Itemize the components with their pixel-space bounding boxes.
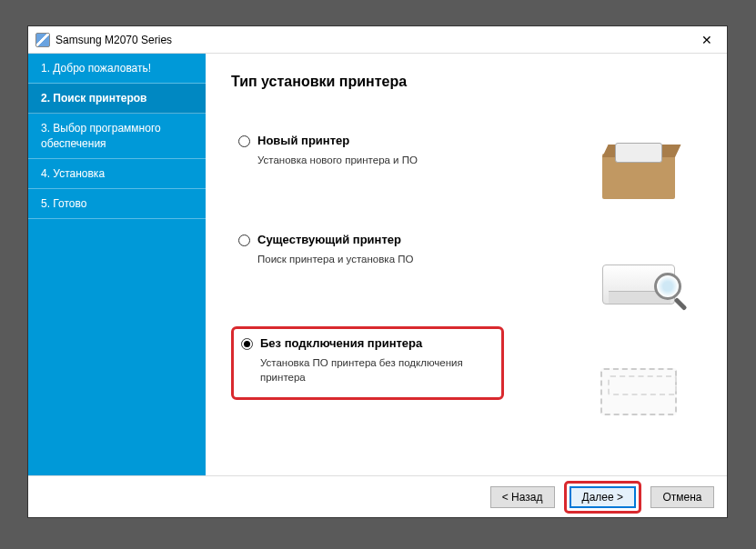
option-title: Существующий принтер xyxy=(257,233,497,246)
option-existing-printer[interactable]: Существующий принтер Поиск принтера и ус… xyxy=(231,227,504,272)
radio-existing-printer[interactable] xyxy=(238,235,250,246)
radio-new-printer[interactable] xyxy=(238,135,250,147)
app-icon xyxy=(35,33,50,47)
printer-ghost-icon xyxy=(595,357,681,421)
printer-search-icon xyxy=(595,252,681,315)
sidebar-step-done: 5. Готово xyxy=(28,189,206,219)
option-desc: Установка нового принтера и ПО xyxy=(257,153,497,167)
installer-window: Samsung M2070 Series ✕ 1. Добро пожалова… xyxy=(27,25,728,518)
next-button-highlight: Далее > xyxy=(564,481,642,514)
back-button[interactable]: < Назад xyxy=(490,486,555,508)
radio-no-connection[interactable] xyxy=(241,338,253,350)
sidebar-step-welcome: 1. Добро пожаловать! xyxy=(28,54,206,84)
printer-box-icon xyxy=(595,145,681,208)
footer: < Назад Далее > Отмена xyxy=(28,475,727,517)
cancel-button[interactable]: Отмена xyxy=(650,486,714,508)
next-button[interactable]: Далее > xyxy=(570,486,637,508)
sidebar-step-search: 2. Поиск принтеров xyxy=(28,84,206,114)
sidebar-step-software: 3. Выбор программного обеспечения xyxy=(28,114,206,158)
option-no-connection[interactable]: Без подключения принтера Установка ПО пр… xyxy=(231,326,504,400)
titlebar[interactable]: Samsung M2070 Series ✕ xyxy=(28,26,727,54)
window-title: Samsung M2070 Series xyxy=(55,34,172,46)
close-icon[interactable]: ✕ xyxy=(686,26,727,54)
option-desc: Поиск принтера и установка ПО xyxy=(257,252,497,266)
sidebar: 1. Добро пожаловать! 2. Поиск принтеров … xyxy=(28,54,206,475)
sidebar-step-install: 4. Установка xyxy=(28,159,206,189)
option-new-printer[interactable]: Новый принтер Установка нового принтера … xyxy=(231,128,504,173)
option-title: Без подключения принтера xyxy=(260,336,492,350)
page-title: Тип установки принтера xyxy=(231,74,709,90)
option-desc: Установка ПО принтера без подключения пр… xyxy=(260,355,492,384)
option-title: Новый принтер xyxy=(257,134,497,147)
main-content: Тип установки принтера Новый принтер Уст… xyxy=(206,54,727,475)
